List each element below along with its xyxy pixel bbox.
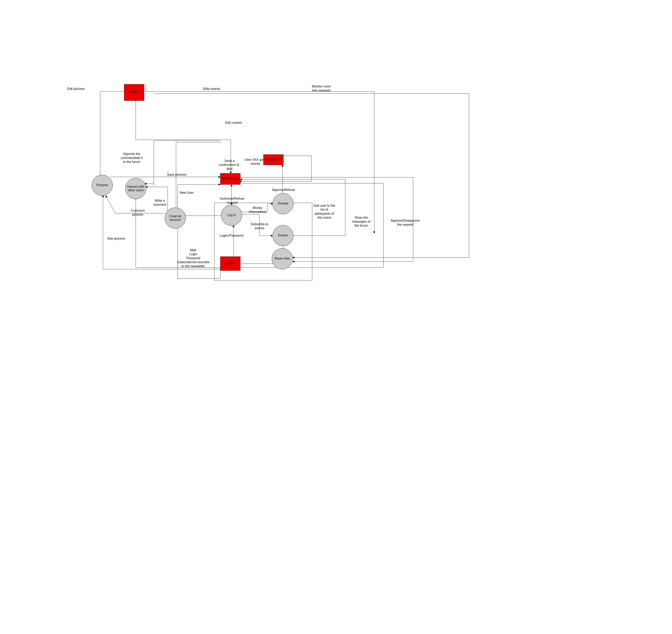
label-approve-dis-2: the request: [397, 223, 413, 226]
node-roomhire: Room Hire: [272, 249, 293, 269]
label-subscribe-1: Subscribe to: [251, 222, 268, 226]
label-send-conf-1: Send a: [224, 159, 235, 163]
label-user-gave-2: money: [251, 162, 260, 165]
node-events: Events: [273, 225, 293, 246]
node-interact-label-2: other users: [128, 188, 144, 192]
label-acct-2: Login: [189, 252, 197, 256]
edge-new-user: [177, 185, 220, 210]
node-login: Log in: [221, 205, 242, 226]
label-approve-comment-1: Approve the: [123, 152, 140, 156]
node-admin: ADMIN: [124, 84, 144, 101]
label-approve-comment-2: comment/add it: [121, 156, 143, 160]
node-database: DATABASE: [220, 173, 240, 185]
label-send-conf-3: Mail: [226, 167, 232, 170]
edge-send-conf-seg: [176, 142, 221, 210]
label-approve-comment-3: to the forum: [123, 160, 140, 164]
edge-edit-content: [136, 101, 231, 173]
node-create-label-2: account: [170, 218, 181, 221]
edge-approve-dis: [240, 177, 413, 262]
node-pictures: Pictures: [92, 175, 113, 196]
node-login-label: Log in: [227, 213, 236, 217]
label-authorize-1: Authorize/Refuse: [220, 197, 244, 200]
edge-user-roomhire: [241, 260, 273, 264]
label-user-gave-1: User XXX gave: [244, 158, 266, 161]
label-new-user: New User: [179, 191, 194, 194]
label-show-messages-1: Show the: [355, 216, 368, 219]
node-interact-label-1: Interact with: [127, 185, 144, 188]
label-send-conf-2: confirmation E-: [219, 163, 240, 167]
label-add-user-4: this event: [317, 216, 331, 219]
label-monitor-room-2: hire requests: [312, 89, 331, 92]
edge-account-details: [177, 226, 220, 279]
label-write-comment-2: comment: [153, 203, 166, 206]
node-pictures-label: Pictures: [96, 183, 108, 187]
node-user-label: USER: [226, 262, 235, 265]
label-approve-refuse: Approve/Refuse: [272, 188, 295, 191]
edge-see-pictures: [103, 195, 220, 269]
label-add-user-2: list of: [320, 208, 328, 211]
node-user: USER: [220, 257, 240, 271]
label-edit-pictures: Edit pictures: [67, 87, 85, 91]
node-paypal: Paypal API: [263, 155, 283, 165]
node-paypal-label: Paypal API: [266, 158, 281, 161]
label-login-pass: Login+Password: [220, 234, 243, 237]
label-show-messages-3: the forum: [355, 224, 368, 227]
label-acct-5: to the newsletter: [182, 264, 205, 268]
label-acct-3: Password: [186, 256, 200, 260]
node-donate: Donate: [273, 193, 293, 214]
node-roomhire-label: Room Hire: [274, 257, 290, 260]
node-database-label: DATABASE: [222, 177, 239, 180]
node-admin-label: ADMIN: [129, 91, 139, 94]
node-events-label: Events: [278, 234, 288, 237]
label-add-user-3: particpants of: [315, 212, 334, 215]
label-edit-content: Edit content: [225, 121, 242, 124]
node-create-account: Creat an account: [165, 208, 186, 229]
edge-approve-comment-seg1: [154, 141, 220, 186]
label-money-info-1: Money: [253, 206, 262, 209]
node-donate-label: Donate: [278, 202, 288, 205]
label-comment-pictures-2: pictures: [132, 213, 143, 216]
label-add-user-1: Add user to the: [314, 204, 335, 207]
label-acct-1: Mail: [190, 249, 196, 252]
label-show-messages-2: messages of: [352, 220, 370, 223]
label-write-comment-1: Write a: [155, 199, 165, 202]
node-interact: Interact with other users: [125, 178, 146, 199]
node-create-label-1: Creat an: [169, 214, 181, 218]
label-comment-pictures-1: Comment: [131, 209, 145, 212]
label-monitor-room-1: Monitor room: [312, 85, 331, 88]
label-acct-4: Subscribe/not suscribe: [177, 260, 209, 264]
label-save-pictures: Save pictures: [167, 173, 186, 176]
label-approve-dis-1: Approve/Disapprove: [391, 219, 420, 222]
label-edits-events: Edits events: [203, 87, 220, 91]
label-authorize-2: request: [227, 201, 238, 204]
label-subscribe-2: events: [255, 227, 264, 230]
label-see-pictures: See pictures: [107, 237, 125, 240]
diagram-canvas: Edit pictures Edits events Monitor room …: [0, 0, 672, 634]
label-money-info-2: Informations: [249, 210, 266, 213]
